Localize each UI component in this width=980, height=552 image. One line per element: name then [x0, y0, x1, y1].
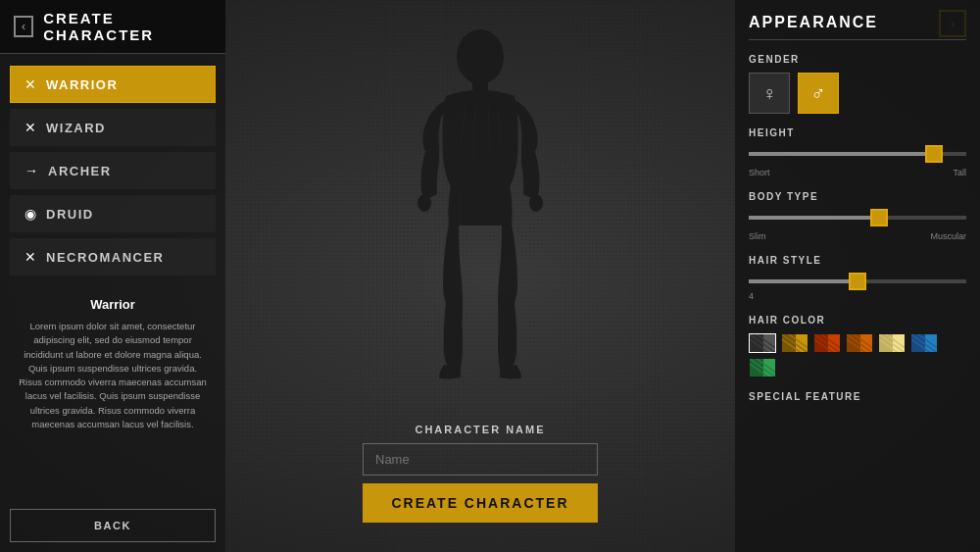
special-feature-section: SPECIAL FEATURE: [749, 391, 966, 410]
hair-color-swatch-0[interactable]: [749, 333, 776, 353]
height-slider[interactable]: Short Tall: [749, 146, 966, 177]
class-item-warrior[interactable]: ✕ WARRIOR: [10, 66, 216, 103]
desc-text: Lorem ipsum dolor sit amet, consectetur …: [16, 320, 210, 431]
class-item-necromancer[interactable]: ✕ NECROMANCER: [10, 238, 216, 276]
create-character-button[interactable]: CREATE CHARACTER: [363, 483, 598, 523]
hair-color-row: [749, 333, 966, 377]
hair-style-fill: [749, 279, 858, 283]
wizard-label: WIZARD: [46, 121, 106, 135]
height-min: Short: [749, 168, 770, 177]
body-type-labels: Slim Muscular: [749, 231, 966, 241]
center-panel: CHARACTER NAME CREATE CHARACTER: [225, 0, 735, 552]
height-section: HEIGHT Short Tall: [749, 127, 966, 177]
class-list: ✕ WARRIOR ✕ WIZARD → ARcHER ◉ DRUID ✕ NE…: [0, 54, 225, 287]
svg-point-3: [529, 194, 543, 212]
warrior-icon: ✕: [24, 76, 36, 92]
gender-male-button[interactable]: ♂: [798, 73, 839, 114]
back-button[interactable]: BACK: [10, 509, 216, 542]
class-item-wizard[interactable]: ✕ WIZARD: [10, 109, 216, 146]
hair-color-label: HAIR COLOR: [749, 315, 966, 326]
body-type-slider[interactable]: Slim Muscular: [749, 210, 966, 241]
hair-color-swatch-3[interactable]: [846, 333, 873, 353]
gender-female-button[interactable]: ♀: [749, 73, 790, 114]
appearance-title: APPEARANCE: [749, 14, 966, 40]
hair-color-swatch-6[interactable]: [749, 358, 776, 377]
right-panel: APPEARANCE GENDER ♀ ♂ HEIGHT Short Tall …: [735, 0, 980, 552]
archer-label: ARcHER: [48, 164, 112, 178]
hair-style-track: [749, 279, 966, 283]
necromancer-label: NECROMANCER: [46, 250, 165, 265]
necromancer-icon: ✕: [24, 249, 36, 265]
body-type-min: Slim: [749, 231, 766, 241]
page-title: CREATE CHARACTER: [43, 10, 212, 43]
body-type-fill: [749, 216, 879, 220]
gender-section: GENDER ♀ ♂: [749, 54, 966, 114]
back-arrow-button[interactable]: ‹: [14, 16, 33, 37]
special-feature-label: SPECIAL FEATURE: [749, 391, 966, 402]
desc-title: Warrior: [16, 297, 210, 312]
header-bar: ‹ CREATE CHARACTER: [0, 0, 225, 54]
hair-color-swatch-4[interactable]: [878, 333, 906, 353]
hair-color-section: HAIR COLOR: [749, 315, 966, 377]
character-name-label: CHARACTER NAME: [415, 424, 545, 435]
body-type-track: [749, 216, 966, 220]
height-label: HEIGHT: [749, 127, 966, 138]
hair-color-swatch-1[interactable]: [781, 333, 808, 353]
character-name-section: CHARACTER NAME CREATE CHARACTER: [225, 424, 735, 523]
body-type-section: BODY TYPE Slim Muscular: [749, 191, 966, 241]
druid-icon: ◉: [24, 206, 36, 222]
wizard-icon: ✕: [24, 120, 36, 135]
height-labels: Short Tall: [749, 168, 966, 177]
height-thumb[interactable]: [925, 145, 943, 163]
description-area: Warrior Lorem ipsum dolor sit amet, cons…: [0, 287, 225, 499]
druid-label: DRUID: [46, 207, 94, 222]
class-item-archer[interactable]: → ARcHER: [10, 152, 216, 189]
hair-color-swatch-2[interactable]: [813, 333, 841, 353]
hair-color-swatch-5[interactable]: [910, 333, 938, 353]
character-silhouette: [382, 20, 578, 382]
character-name-input[interactable]: [363, 443, 598, 476]
body-type-max: Muscular: [930, 231, 966, 241]
body-type-thumb[interactable]: [870, 209, 888, 226]
hair-style-section: HAIR STYLE 4: [749, 255, 966, 301]
svg-point-2: [417, 194, 431, 212]
body-type-label: BODY TYPE: [749, 191, 966, 202]
hair-style-slider[interactable]: [749, 274, 966, 289]
height-fill: [749, 152, 934, 156]
hair-style-value: 4: [749, 291, 966, 301]
left-panel: ‹ CREATE CHARACTER ✕ WARRIOR ✕ WIZARD → …: [0, 0, 225, 552]
hair-style-label: HAIR STYLE: [749, 255, 966, 266]
archer-icon: →: [24, 163, 38, 178]
height-track: [749, 152, 966, 156]
svg-point-0: [457, 29, 504, 84]
height-max: Tall: [953, 168, 966, 177]
gender-row: ♀ ♂: [749, 73, 966, 114]
warrior-label: WARRIOR: [46, 77, 118, 92]
gender-label: GENDER: [749, 54, 966, 65]
class-item-druid[interactable]: ◉ DRUID: [10, 195, 216, 232]
hair-style-thumb[interactable]: [849, 273, 866, 290]
